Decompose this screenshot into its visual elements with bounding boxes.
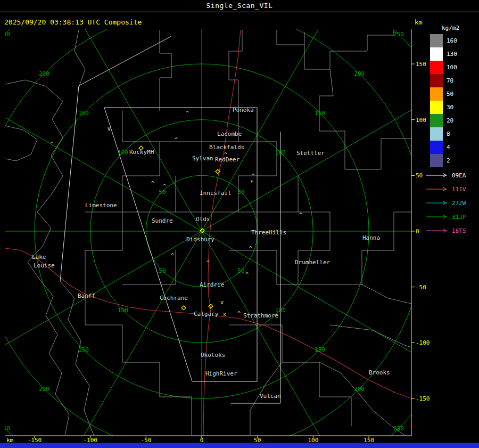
radar-arrow-icon bbox=[425, 200, 449, 206]
color-swatch bbox=[430, 34, 443, 47]
color-scale-row: 20 bbox=[430, 114, 459, 127]
color-scale-value: 20 bbox=[447, 117, 453, 124]
color-scale-row: 4 bbox=[430, 141, 459, 154]
ring-distance-label: 200 bbox=[354, 386, 365, 393]
city-label: Stettler bbox=[296, 150, 325, 157]
color-scale-value: 100 bbox=[447, 64, 457, 71]
county-boundary bbox=[238, 111, 277, 212]
county-boundary bbox=[362, 284, 411, 304]
city-label: ThreeHills bbox=[251, 229, 286, 236]
asterisk-marker-icon: * bbox=[250, 179, 254, 186]
ring-distance-label: 200 bbox=[39, 386, 49, 393]
city-label: Cochrane bbox=[160, 295, 188, 302]
ring-distance-label: 100 bbox=[275, 149, 286, 156]
color-scale-row: 160 bbox=[430, 34, 459, 47]
right-axis-tick-label: 0 bbox=[416, 228, 419, 235]
county-boundary bbox=[319, 69, 411, 169]
ring-distance-label: 150 bbox=[315, 110, 325, 117]
radar-arrow-icon bbox=[425, 227, 449, 234]
county-boundary bbox=[229, 30, 242, 111]
color-swatch bbox=[430, 141, 443, 154]
radar-site-31JP[interactable]: 31JP bbox=[425, 210, 466, 224]
radar-site-09EA[interactable]: 09EA bbox=[425, 168, 466, 182]
city-label: Ponoka bbox=[233, 107, 254, 113]
city-label: Okotoks bbox=[201, 352, 225, 359]
county-boundary bbox=[330, 212, 411, 284]
right-axis-tick-label: 100 bbox=[416, 117, 426, 124]
city-label: RockyMH bbox=[129, 149, 154, 156]
ring-distance-label: 100 bbox=[118, 149, 128, 156]
color-scale-value: 8 bbox=[447, 131, 450, 137]
color-scale-value: 4 bbox=[447, 144, 450, 151]
county-boundary bbox=[277, 30, 304, 45]
caret-marker-icon: ^ bbox=[163, 183, 166, 189]
radar-site-id: 27ZW bbox=[452, 200, 466, 207]
radar-site-111V[interactable]: 111V bbox=[425, 182, 466, 196]
color-scale-value: 70 bbox=[447, 77, 453, 84]
color-scale-row: 2 bbox=[430, 154, 459, 167]
right-axis-tick-label: -150 bbox=[416, 395, 430, 402]
city-label: Sundre bbox=[152, 217, 173, 224]
radar-site-id: 09EA bbox=[452, 172, 466, 179]
map-layers: 5050505010010010010015015015015020020020… bbox=[0, 0, 479, 448]
color-scale-value: 130 bbox=[447, 51, 457, 58]
caret-marker-icon: ^ bbox=[151, 181, 154, 186]
ring-distance-label: 150 bbox=[315, 346, 325, 353]
caret-marker-icon: ^ bbox=[237, 311, 241, 316]
ring-distance-label: 50 bbox=[159, 267, 166, 274]
radar-map[interactable]: 5050505010010010010015015015015020020020… bbox=[0, 0, 479, 448]
city-label: Blackfalds bbox=[209, 144, 244, 151]
city-label: Hanna bbox=[362, 234, 380, 241]
ring-distance-label: 250 bbox=[0, 425, 10, 432]
caret-marker-icon: ^ bbox=[186, 110, 189, 116]
taskbar bbox=[0, 443, 479, 448]
caret-marker-icon: ^ bbox=[252, 173, 255, 179]
city-label: Strathmore bbox=[243, 312, 278, 319]
city-label: RedDeer bbox=[215, 156, 240, 163]
color-swatch bbox=[430, 154, 443, 167]
county-boundary bbox=[122, 250, 176, 284]
county-boundary bbox=[60, 281, 94, 435]
color-scale-row: 70 bbox=[430, 74, 459, 87]
caret-marker-icon: ^ bbox=[245, 272, 249, 278]
range-ring bbox=[0, 0, 479, 448]
x-marker-icon: x bbox=[223, 312, 226, 317]
color-scale-row: 8 bbox=[430, 127, 459, 141]
color-scale-legend: kg/m2 16013010070503020842 bbox=[430, 25, 459, 167]
radar-site-18TS[interactable]: 18TS bbox=[425, 224, 466, 238]
ring-distance-label: 250 bbox=[393, 425, 404, 432]
county-boundary bbox=[298, 176, 330, 284]
color-swatch bbox=[430, 101, 443, 114]
color-scale-row: 130 bbox=[430, 47, 459, 61]
color-scale-value: 30 bbox=[447, 104, 453, 111]
city-label: Sylvan bbox=[192, 155, 213, 162]
color-swatch bbox=[430, 47, 443, 61]
right-axis-tick-label: -50 bbox=[416, 284, 426, 291]
county-boundary bbox=[5, 126, 37, 161]
radar-site-27ZW[interactable]: 27ZW bbox=[425, 196, 466, 210]
county-boundary bbox=[75, 30, 85, 91]
city-label: HighRiver bbox=[205, 370, 237, 377]
county-boundary bbox=[319, 362, 404, 435]
city-label: Calgary bbox=[194, 311, 219, 317]
radar-arrow-icon bbox=[425, 214, 449, 220]
city-label: Airdrie bbox=[200, 281, 224, 288]
ring-distance-label: 50 bbox=[237, 189, 244, 196]
city-label: Vulcan bbox=[260, 393, 281, 400]
city-label: Didsbury bbox=[186, 236, 214, 243]
color-scale-row: 100 bbox=[430, 61, 459, 74]
ring-distance-label: 250 bbox=[0, 31, 10, 38]
caret-marker-icon: ^ bbox=[207, 260, 210, 266]
color-swatch bbox=[430, 74, 443, 87]
city-label: Lake bbox=[32, 254, 46, 260]
city-label: Innisfail bbox=[200, 190, 232, 197]
county-boundary bbox=[330, 325, 411, 347]
city-label: Limestone bbox=[85, 202, 117, 209]
ring-distance-label: 200 bbox=[354, 70, 365, 77]
color-swatch bbox=[430, 87, 443, 101]
city-label: Brooks bbox=[369, 369, 390, 376]
color-swatch bbox=[430, 114, 443, 127]
county-boundary bbox=[304, 30, 394, 69]
radar-arrow-icon bbox=[425, 172, 449, 178]
county-boundary bbox=[160, 30, 171, 111]
